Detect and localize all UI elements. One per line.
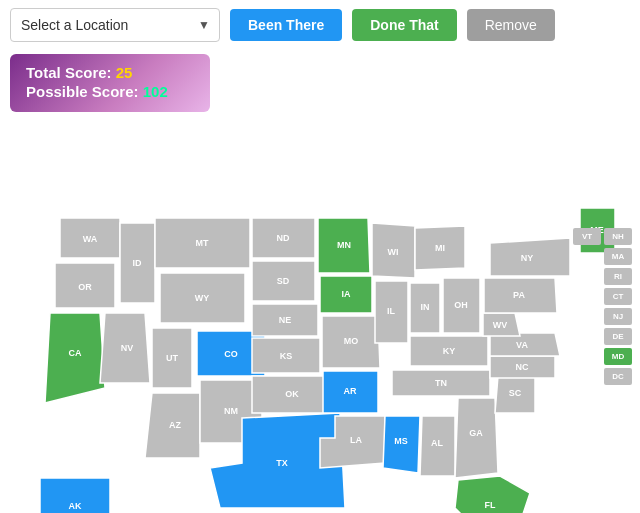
header: Select a Location ▼ Been There Done That… <box>0 0 640 50</box>
state-UT[interactable] <box>152 328 192 388</box>
state-WA[interactable] <box>60 218 120 258</box>
state-MS[interactable] <box>383 416 420 473</box>
ma-row: MA <box>573 248 632 265</box>
state-MO[interactable] <box>322 316 380 368</box>
state-WV[interactable] <box>483 313 520 336</box>
state-KY[interactable] <box>410 336 488 366</box>
small-states-panel: VT NH MA RI CT NJ DE MD DC <box>573 228 632 385</box>
state-DC-small[interactable]: DC <box>604 368 632 385</box>
state-CA[interactable] <box>45 313 105 403</box>
nj-row: NJ <box>573 308 632 325</box>
us-map-svg: WA OR CA ID NV MT WY UT AZ CO NM ND <box>0 118 640 513</box>
state-VT-small[interactable]: VT <box>573 228 601 245</box>
md-row: MD <box>573 348 632 365</box>
ct-row: CT <box>573 288 632 305</box>
state-CT-small[interactable]: CT <box>604 288 632 305</box>
de-row: DE <box>573 328 632 345</box>
state-MI[interactable] <box>415 226 465 270</box>
state-MN[interactable] <box>318 218 370 273</box>
state-KS[interactable] <box>252 338 320 373</box>
state-AZ[interactable] <box>145 393 200 458</box>
location-select-wrapper[interactable]: Select a Location ▼ <box>10 8 220 42</box>
map-container: WA OR CA ID NV MT WY UT AZ CO NM ND <box>0 118 640 513</box>
state-NH-small[interactable]: NH <box>604 228 632 245</box>
state-DE-small[interactable]: DE <box>604 328 632 345</box>
state-NV[interactable] <box>100 313 150 383</box>
state-SC[interactable] <box>495 376 535 413</box>
state-GA[interactable] <box>455 398 498 478</box>
state-NE[interactable] <box>252 304 318 336</box>
score-box: Total Score: 25 Possible Score: 102 <box>10 54 210 112</box>
state-TN[interactable] <box>392 370 490 396</box>
vt-nh-row: VT NH <box>573 228 632 245</box>
state-AL[interactable] <box>420 416 455 476</box>
state-NY[interactable] <box>490 238 570 276</box>
state-MA-small[interactable]: MA <box>604 248 632 265</box>
state-SD[interactable] <box>252 261 315 301</box>
ri-row: RI <box>573 268 632 285</box>
state-PA[interactable] <box>484 278 557 313</box>
state-ND[interactable] <box>252 218 315 258</box>
done-that-button[interactable]: Done That <box>352 9 456 41</box>
state-RI-small[interactable]: RI <box>604 268 632 285</box>
total-score-value: 25 <box>116 64 133 81</box>
been-there-button[interactable]: Been There <box>230 9 342 41</box>
state-NJ-small[interactable]: NJ <box>604 308 632 325</box>
remove-button[interactable]: Remove <box>467 9 555 41</box>
possible-score-value: 102 <box>143 83 168 100</box>
state-WY[interactable] <box>160 273 245 323</box>
state-MD-small[interactable]: MD <box>604 348 632 365</box>
state-ID[interactable] <box>120 223 155 303</box>
state-WI[interactable] <box>372 223 415 278</box>
state-OH[interactable] <box>443 278 480 333</box>
total-score-label: Total Score: <box>26 64 112 81</box>
location-select[interactable]: Select a Location <box>10 8 220 42</box>
state-NC[interactable] <box>490 356 555 378</box>
possible-score-line: Possible Score: 102 <box>26 83 194 100</box>
total-score-line: Total Score: 25 <box>26 64 194 81</box>
state-FL[interactable] <box>455 476 530 513</box>
state-IA[interactable] <box>320 276 372 313</box>
dc-row: DC <box>573 368 632 385</box>
state-MT[interactable] <box>155 218 250 268</box>
possible-score-label: Possible Score: <box>26 83 139 100</box>
state-OR[interactable] <box>55 263 115 308</box>
state-IL[interactable] <box>375 281 408 343</box>
state-IN[interactable] <box>410 283 440 333</box>
state-AK[interactable] <box>40 478 110 513</box>
state-AR[interactable] <box>323 371 378 413</box>
